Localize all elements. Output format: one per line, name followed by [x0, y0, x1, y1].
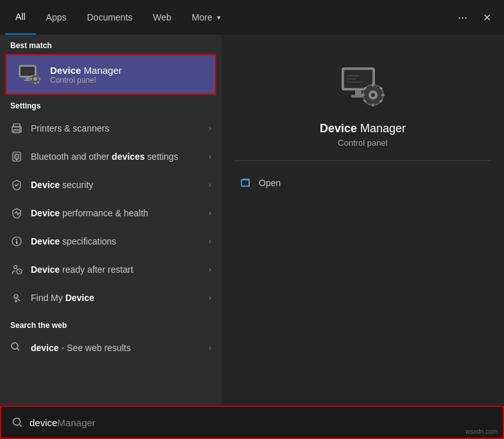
svg-rect-45: [241, 180, 249, 186]
svg-rect-3: [24, 80, 31, 81]
web-search-item[interactable]: device - See web results ›: [0, 334, 222, 362]
svg-rect-38: [372, 103, 374, 107]
svg-rect-6: [35, 74, 36, 76]
chevron-right-icon: ›: [209, 209, 211, 218]
svg-rect-2: [26, 77, 30, 80]
shield-icon: [10, 178, 23, 191]
app-subtitle-large: Control panel: [338, 138, 387, 148]
more-options-button[interactable]: ···: [450, 0, 475, 35]
settings-item-security[interactable]: Device security ›: [0, 171, 222, 199]
chevron-right-icon: ›: [209, 343, 211, 352]
app-title-large: Device Manager: [320, 122, 406, 135]
svg-point-18: [16, 159, 17, 160]
web-search-text: device - See web results: [31, 343, 201, 353]
svg-rect-9: [39, 78, 40, 80]
tab-documents[interactable]: Documents: [76, 0, 143, 35]
settings-label: Settings: [0, 95, 222, 114]
settings-item-performance[interactable]: Device performance & health ›: [0, 199, 222, 227]
app-icon-large: [337, 60, 388, 112]
search-icon: [12, 417, 23, 428]
performance-text: Device performance & health: [31, 208, 201, 218]
search-web-label: Search the web: [0, 314, 222, 334]
svg-point-15: [19, 128, 21, 129]
right-panel: Device Manager Control panel Open: [222, 35, 504, 406]
tab-web[interactable]: Web: [143, 0, 182, 35]
specifications-text: Device specifications: [31, 236, 201, 246]
search-input-display[interactable]: device Manager: [30, 417, 492, 428]
nav-tabs: All Apps Documents Web More ▾ ··· ✕: [0, 0, 504, 35]
security-text: Device security: [31, 180, 201, 190]
action-open[interactable]: Open: [234, 171, 491, 194]
chevron-right-icon: ›: [209, 180, 211, 189]
best-match-subtitle: Control panel: [50, 76, 122, 85]
chevron-right-icon: ›: [209, 237, 211, 246]
bluetooth-text: Bluetooth and other devices settings: [31, 151, 201, 162]
settings-item-find-device[interactable]: Find My Device ›: [0, 284, 222, 312]
svg-rect-37: [372, 83, 374, 87]
svg-point-5: [33, 77, 37, 81]
svg-rect-32: [355, 90, 361, 95]
person-clock-icon: [10, 263, 23, 276]
settings-item-printers[interactable]: Printers & scanners ›: [0, 114, 222, 142]
search-typed-text: device: [30, 417, 57, 428]
svg-point-26: [12, 343, 18, 349]
svg-point-22: [14, 266, 17, 269]
printer-icon: [10, 122, 23, 135]
search-ghost-text: Manager: [57, 417, 95, 428]
svg-rect-20: [16, 241, 17, 244]
best-match-item[interactable]: Device Manager Control panel: [5, 54, 216, 95]
settings-item-bluetooth[interactable]: Bluetooth and other devices settings ›: [0, 142, 222, 171]
chevron-right-icon: ›: [209, 124, 211, 133]
chevron-right-icon: ›: [209, 293, 211, 302]
find-device-text: Find My Device: [31, 293, 201, 303]
restart-text: Device ready after restart: [31, 264, 201, 275]
bluetooth-icon: [10, 150, 23, 163]
device-manager-icon: [17, 62, 42, 87]
svg-rect-1: [21, 67, 35, 76]
svg-point-46: [13, 418, 21, 426]
printers-text: Printers & scanners: [31, 123, 201, 133]
close-button[interactable]: ✕: [475, 0, 499, 35]
svg-point-36: [371, 93, 375, 97]
open-label: Open: [259, 178, 281, 188]
svg-rect-14: [13, 130, 20, 133]
chevron-down-icon: ▾: [217, 13, 221, 22]
svg-point-25: [15, 300, 17, 302]
divider: [234, 160, 491, 161]
shield-health-icon: [10, 207, 23, 220]
best-match-label: Best match: [0, 35, 222, 54]
svg-rect-40: [381, 94, 385, 96]
left-panel: Best match: [0, 35, 222, 406]
svg-rect-39: [361, 94, 365, 96]
search-icon: [10, 341, 23, 354]
watermark: wsxdn.com: [465, 428, 498, 435]
open-window-icon: [239, 176, 252, 189]
best-match-title: Device Manager: [50, 65, 122, 76]
best-match-text: Device Manager Control panel: [50, 65, 122, 85]
settings-item-restart[interactable]: Device ready after restart ›: [0, 255, 222, 284]
chevron-right-icon: ›: [209, 265, 211, 274]
settings-item-specifications[interactable]: Device specifications ›: [0, 227, 222, 255]
content-area: Best match: [0, 35, 504, 406]
search-bar: device Manager wsxdn.com: [0, 406, 504, 439]
tab-all[interactable]: All: [5, 0, 36, 35]
svg-rect-7: [35, 82, 36, 84]
svg-rect-17: [15, 154, 19, 159]
search-window: All Apps Documents Web More ▾ ··· ✕ Best…: [0, 0, 504, 439]
chevron-right-icon: ›: [209, 152, 211, 161]
tab-apps[interactable]: Apps: [36, 0, 77, 35]
search-web-section: Search the web device - See web results …: [0, 314, 222, 362]
svg-rect-8: [30, 78, 32, 80]
find-device-icon: [10, 291, 23, 304]
tab-more[interactable]: More ▾: [182, 0, 231, 35]
info-circle-icon: [10, 235, 23, 248]
svg-point-21: [16, 239, 17, 240]
